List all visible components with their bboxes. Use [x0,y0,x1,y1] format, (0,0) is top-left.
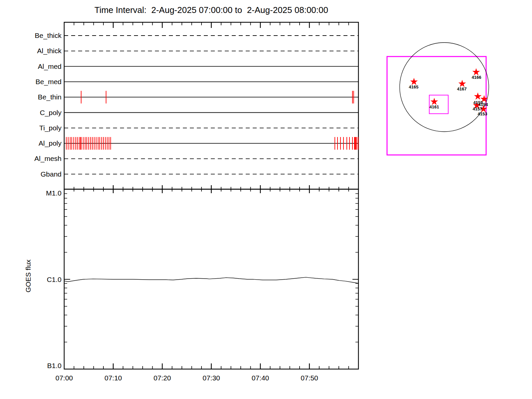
filter-label-be_med: Be_med [36,78,62,86]
active-region-star-4165 [410,78,418,85]
active-region-label-4153: 4153 [478,111,487,116]
filter-label-gband: Gband [41,170,62,178]
active-region-label-4157: 4157 [473,106,482,111]
timeline-panel-border [64,22,358,189]
filter-label-al_poly: Al_poly [39,139,62,147]
plot-canvas: Be_thickAl_thickAl_medBe_medBe_thinC_pol… [0,0,532,399]
x-tick-label: 07:20 [154,374,171,382]
active-region-star-4155 [474,92,482,100]
filter-label-al_thick: Al_thick [37,47,62,55]
filter-label-al_med: Al_med [38,63,62,70]
x-tick-label: 07:30 [202,374,220,382]
filter-label-c_poly: C_poly [40,109,62,117]
xrt-planner-window: Time Interval: 2-Aug-2025 07:00:00 to 2-… [0,0,532,399]
goes-flux-curve [64,277,358,283]
filter-label-ti_poly: Ti_poly [39,124,62,132]
y-tick-label: B1.0 [47,362,62,369]
active-region-label-4166: 4166 [472,75,481,80]
x-tick-label: 07:50 [301,374,318,382]
active-region-label-4165: 4165 [409,84,419,89]
active-region-star-4166 [472,68,480,75]
x-tick-label: 07:10 [104,374,122,382]
active-region-label-4167: 4167 [457,86,467,91]
active-region-label-4161: 4161 [430,104,439,109]
filter-label-be_thin: Be_thin [38,93,62,101]
active-region-star-4161 [431,98,438,105]
filter-label-be_thick: Be_thick [35,32,62,40]
goes-axis-title: GOES flux [24,259,32,293]
x-tick-label: 07:40 [252,374,269,382]
x-tick-label: 07:00 [56,374,73,382]
y-tick-label: C1.0 [47,276,62,283]
filter-label-al_mesh: Al_mesh [34,155,62,163]
active-region-star-4167 [459,80,466,87]
y-tick-label: M1.0 [46,189,62,197]
